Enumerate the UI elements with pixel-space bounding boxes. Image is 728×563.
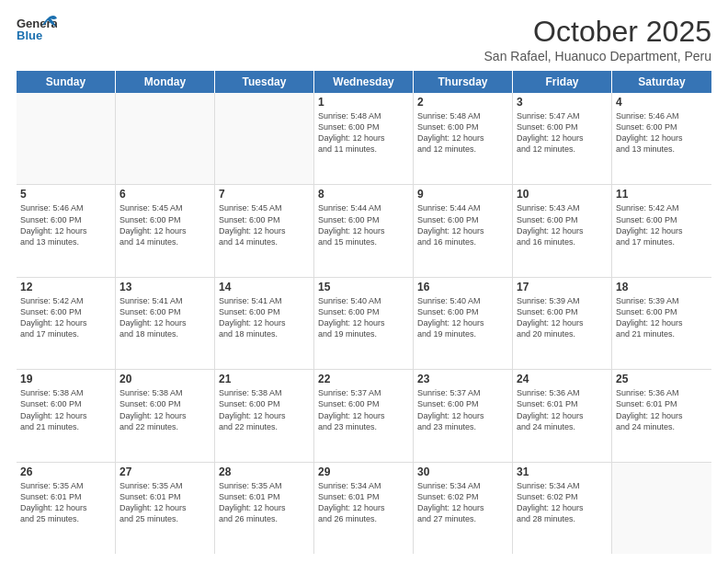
day-info: Sunset: 6:02 PM: [517, 491, 608, 502]
logo-icon: General Blue: [17, 15, 57, 52]
day-number: 20: [119, 373, 210, 385]
day-info: and 13 minutes.: [20, 236, 111, 247]
day-info: Sunset: 6:00 PM: [20, 306, 111, 317]
day-info: Daylight: 12 hours: [616, 317, 708, 328]
day-info: and 17 minutes.: [616, 236, 708, 247]
day-info: Sunset: 6:00 PM: [517, 306, 608, 317]
day-info: Daylight: 12 hours: [219, 410, 310, 421]
day-info: Daylight: 12 hours: [517, 410, 608, 421]
calendar-cell: 26Sunrise: 5:35 AMSunset: 6:01 PMDayligh…: [17, 463, 116, 554]
header-day-friday: Friday: [513, 71, 612, 93]
day-number: 3: [517, 96, 608, 109]
day-number: 28: [219, 465, 310, 478]
day-info: Sunrise: 5:35 AM: [219, 480, 310, 491]
day-info: Sunrise: 5:39 AM: [616, 295, 708, 306]
day-info: and 20 minutes.: [517, 328, 608, 339]
day-info: Daylight: 12 hours: [616, 410, 708, 421]
day-info: Sunset: 6:01 PM: [20, 491, 111, 502]
day-info: and 28 minutes.: [517, 513, 608, 524]
day-info: Daylight: 12 hours: [119, 502, 210, 513]
day-number: 24: [517, 373, 608, 385]
day-info: Sunset: 6:01 PM: [517, 398, 608, 409]
day-info: Daylight: 12 hours: [119, 225, 210, 236]
day-info: and 23 minutes.: [417, 421, 508, 432]
day-info: and 17 minutes.: [20, 328, 111, 339]
calendar-cell: 18Sunrise: 5:39 AMSunset: 6:00 PMDayligh…: [612, 278, 711, 369]
calendar-week-1: 1Sunrise: 5:48 AMSunset: 6:00 PMDaylight…: [17, 93, 711, 185]
day-info: Sunrise: 5:41 AM: [119, 295, 210, 306]
day-info: Sunset: 6:00 PM: [318, 121, 409, 132]
day-info: Sunset: 6:00 PM: [119, 306, 210, 317]
calendar-cell: [215, 93, 314, 184]
day-info: Sunset: 6:00 PM: [20, 214, 111, 225]
day-info: Sunset: 6:02 PM: [417, 491, 508, 502]
day-info: Sunrise: 5:47 AM: [517, 110, 608, 121]
calendar-cell: 20Sunrise: 5:38 AMSunset: 6:00 PMDayligh…: [116, 370, 215, 461]
calendar-cell: 10Sunrise: 5:43 AMSunset: 6:00 PMDayligh…: [513, 185, 612, 276]
day-info: Sunset: 6:01 PM: [318, 491, 409, 502]
day-info: and 18 minutes.: [219, 328, 310, 339]
day-number: 4: [616, 96, 708, 109]
calendar-cell: 15Sunrise: 5:40 AMSunset: 6:00 PMDayligh…: [314, 278, 414, 369]
day-info: Daylight: 12 hours: [318, 502, 409, 513]
day-info: Sunrise: 5:44 AM: [417, 202, 508, 213]
day-info: Daylight: 12 hours: [20, 410, 111, 421]
day-info: and 13 minutes.: [616, 144, 708, 155]
day-number: 19: [20, 373, 111, 385]
day-number: 30: [417, 465, 508, 478]
day-number: 10: [517, 188, 608, 201]
header-day-saturday: Saturday: [612, 71, 711, 93]
calendar-cell: 12Sunrise: 5:42 AMSunset: 6:00 PMDayligh…: [17, 278, 116, 369]
calendar-week-4: 19Sunrise: 5:38 AMSunset: 6:00 PMDayligh…: [17, 370, 711, 462]
day-info: Sunrise: 5:39 AM: [517, 295, 608, 306]
day-info: Daylight: 12 hours: [119, 317, 210, 328]
day-info: Sunset: 6:00 PM: [517, 214, 608, 225]
day-info: Sunset: 6:00 PM: [616, 121, 708, 132]
calendar-cell: 22Sunrise: 5:37 AMSunset: 6:00 PMDayligh…: [314, 370, 414, 461]
day-info: Daylight: 12 hours: [20, 502, 111, 513]
day-number: 15: [318, 281, 409, 293]
day-info: Sunrise: 5:37 AM: [417, 387, 508, 398]
calendar-cell: 6Sunrise: 5:45 AMSunset: 6:00 PMDaylight…: [116, 185, 215, 276]
day-info: Sunset: 6:00 PM: [318, 306, 409, 317]
header-day-tuesday: Tuesday: [215, 71, 314, 93]
calendar-cell: 31Sunrise: 5:34 AMSunset: 6:02 PMDayligh…: [513, 463, 612, 554]
day-info: Sunset: 6:00 PM: [417, 306, 508, 317]
day-number: 14: [219, 281, 310, 293]
calendar-week-2: 5Sunrise: 5:46 AMSunset: 6:00 PMDaylight…: [17, 185, 711, 277]
day-info: Daylight: 12 hours: [318, 317, 409, 328]
day-info: Daylight: 12 hours: [517, 502, 608, 513]
calendar-cell: 30Sunrise: 5:34 AMSunset: 6:02 PMDayligh…: [414, 463, 513, 554]
calendar-week-5: 26Sunrise: 5:35 AMSunset: 6:01 PMDayligh…: [17, 463, 711, 554]
day-info: and 25 minutes.: [119, 513, 210, 524]
calendar-cell: [17, 93, 116, 184]
day-info: Sunset: 6:00 PM: [318, 214, 409, 225]
calendar-cell: 9Sunrise: 5:44 AMSunset: 6:00 PMDaylight…: [414, 185, 513, 276]
calendar-cell: 14Sunrise: 5:41 AMSunset: 6:00 PMDayligh…: [215, 278, 314, 369]
day-info: Sunrise: 5:40 AM: [417, 295, 508, 306]
day-info: Sunset: 6:00 PM: [318, 398, 409, 409]
day-number: 2: [417, 96, 508, 109]
day-number: 13: [119, 281, 210, 293]
day-info: Sunrise: 5:42 AM: [20, 295, 111, 306]
calendar-cell: 1Sunrise: 5:48 AMSunset: 6:00 PMDaylight…: [314, 93, 414, 184]
calendar-cell: 4Sunrise: 5:46 AMSunset: 6:00 PMDaylight…: [612, 93, 711, 184]
day-info: Daylight: 12 hours: [318, 132, 409, 144]
day-info: and 27 minutes.: [417, 513, 508, 524]
title-block: October 2025 San Rafael, Huanuco Departm…: [484, 15, 711, 63]
day-info: Sunrise: 5:38 AM: [20, 387, 111, 398]
day-number: 8: [318, 188, 409, 201]
day-number: 1: [318, 96, 409, 109]
day-info: Daylight: 12 hours: [20, 225, 111, 236]
day-info: Daylight: 12 hours: [20, 317, 111, 328]
header-day-monday: Monday: [116, 71, 215, 93]
day-number: 26: [20, 465, 111, 478]
day-info: Sunrise: 5:42 AM: [616, 202, 708, 213]
header-day-sunday: Sunday: [17, 71, 116, 93]
calendar-cell: 16Sunrise: 5:40 AMSunset: 6:00 PMDayligh…: [414, 278, 513, 369]
day-number: 23: [417, 373, 508, 385]
day-info: Sunset: 6:00 PM: [119, 398, 210, 409]
day-info: and 16 minutes.: [417, 236, 508, 247]
svg-text:Blue: Blue: [17, 29, 42, 42]
day-number: 25: [616, 373, 708, 385]
